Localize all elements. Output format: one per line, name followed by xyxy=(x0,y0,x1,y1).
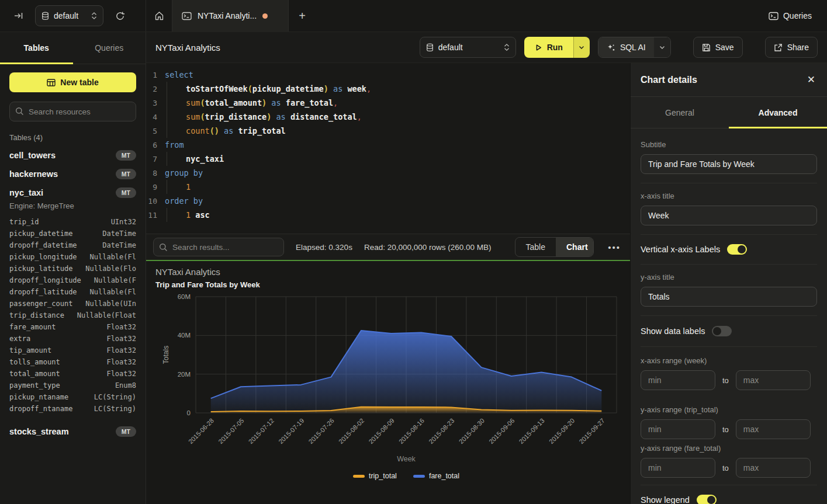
xaxis-range-min-input[interactable] xyxy=(641,370,715,390)
engine-badge: MT xyxy=(116,150,136,161)
legend-label: fare_total xyxy=(429,472,459,480)
run-button[interactable]: Run xyxy=(524,37,573,58)
table-grid-icon xyxy=(47,79,56,86)
subtitle-input[interactable] xyxy=(641,154,817,174)
sql-editor[interactable]: 1select2toStartOfWeek(pickup_datetime) a… xyxy=(146,63,630,234)
top-bar: default NYTaxi Analyti... + xyxy=(0,0,827,32)
table-name: cell_towers xyxy=(9,151,56,160)
unsaved-dot-icon xyxy=(262,13,268,19)
more-options-button[interactable]: ••• xyxy=(605,242,623,252)
sql-ai-dropdown-button[interactable] xyxy=(654,37,670,57)
code-line[interactable]: 1select xyxy=(146,68,630,82)
show-data-labels-toggle[interactable] xyxy=(712,326,732,336)
search-resources-input[interactable] xyxy=(9,102,136,121)
tables-section-title: Tables (4) xyxy=(9,133,136,142)
sidebar-search xyxy=(9,102,136,121)
new-table-label: New table xyxy=(60,78,98,87)
line-number: 8 xyxy=(146,169,165,178)
code-line[interactable]: 91 xyxy=(146,180,630,194)
close-icon[interactable]: ✕ xyxy=(807,74,815,86)
yaxis-range-trip-max-input[interactable] xyxy=(736,419,811,439)
tab-general[interactable]: General xyxy=(631,97,729,128)
chart-title: NYTaxi Analytics xyxy=(155,267,220,277)
sidebar-body: New table Tables (4) cell_towers MT hack… xyxy=(0,64,146,504)
sql-ai-button[interactable]: SQL AI xyxy=(598,37,654,57)
collapse-sidebar-icon[interactable] xyxy=(11,8,27,24)
yaxis-range-trip-row: to xyxy=(641,419,817,439)
yaxis-range-fare-min-input[interactable] xyxy=(641,458,715,478)
database-selector-value: default xyxy=(54,11,78,20)
save-button[interactable]: Save xyxy=(693,37,743,58)
table-item-stocks-stream[interactable]: stocks_stream MT xyxy=(9,426,136,437)
svg-text:2015-07-26: 2015-07-26 xyxy=(307,417,335,445)
line-number: 2 xyxy=(146,85,165,93)
code-line[interactable]: 5count() as trip_total xyxy=(146,124,630,138)
queries-button[interactable]: Queries xyxy=(769,11,812,20)
sidebar-tabs: Tables Queries xyxy=(0,32,146,64)
code-line[interactable]: 3sum(total_amount) as fare_total, xyxy=(146,96,630,110)
show-legend-label: Show legend xyxy=(641,495,690,504)
code-line[interactable]: 10order by xyxy=(146,194,630,208)
sidebar-tab-tables[interactable]: Tables xyxy=(0,32,73,64)
yaxis-range-fare-max-input[interactable] xyxy=(736,458,811,478)
yaxis-range-fare-label: y-axis range (fare_total) xyxy=(641,444,817,453)
code-line[interactable]: 7nyc_taxi xyxy=(146,152,630,166)
xaxis-title-input[interactable] xyxy=(641,206,817,225)
vertical-xaxis-toggle[interactable] xyxy=(727,244,747,255)
svg-text:40M: 40M xyxy=(178,332,191,339)
home-button[interactable] xyxy=(146,0,172,32)
code-line[interactable]: 111 asc xyxy=(146,208,630,222)
table-view-button[interactable]: Table xyxy=(515,238,556,256)
column-row: passenger_countNullable(UIn xyxy=(9,298,136,310)
line-number: 4 xyxy=(146,113,165,121)
column-row: tolls_amountFloat32 xyxy=(9,356,136,368)
sidebar-database-selector[interactable]: default xyxy=(35,5,103,26)
column-row: extraFloat32 xyxy=(9,333,136,345)
code-line[interactable]: 8group by xyxy=(146,166,630,180)
engine-label: Engine: MergeTree xyxy=(9,201,136,210)
toolbar-database-selector[interactable]: default xyxy=(420,37,516,58)
yaxis-range-trip-min-input[interactable] xyxy=(641,419,715,439)
to-label: to xyxy=(722,376,729,385)
table-item-nyc-taxi[interactable]: nyc_taxi MT xyxy=(9,187,136,198)
vertical-xaxis-label: Vertical x-axis Labels xyxy=(641,245,720,254)
line-number: 5 xyxy=(146,127,165,135)
code-line[interactable]: 4sum(trip_distance) as distance_total, xyxy=(146,110,630,124)
share-icon xyxy=(774,43,783,52)
refresh-icon[interactable] xyxy=(112,8,128,24)
yaxis-range-trip-label: y-axis range (trip_total) xyxy=(641,405,817,414)
share-button[interactable]: Share xyxy=(765,37,818,58)
table-item-hackernews[interactable]: hackernews MT xyxy=(9,169,136,179)
to-label: to xyxy=(722,464,729,472)
engine-badge: MT xyxy=(116,426,136,437)
main-area: 1select2toStartOfWeek(pickup_datetime) a… xyxy=(146,63,630,504)
column-row: pickup_ntanameLC(String) xyxy=(9,391,136,403)
run-button-group: Run xyxy=(524,37,590,58)
chart-legend: trip_totalfare_total xyxy=(196,472,617,480)
xaxis-range-max-input[interactable] xyxy=(736,370,811,390)
code-line[interactable]: 2toStartOfWeek(pickup_datetime) as week, xyxy=(146,82,630,96)
svg-text:2015-07-12: 2015-07-12 xyxy=(247,417,275,445)
chart-view-button[interactable]: Chart xyxy=(556,238,594,256)
show-legend-toggle[interactable] xyxy=(697,495,717,504)
yaxis-title-input[interactable] xyxy=(641,287,817,307)
table-item-cell-towers[interactable]: cell_towers MT xyxy=(9,150,136,161)
svg-text:2015-09-27: 2015-09-27 xyxy=(577,417,605,445)
legend-label: trip_total xyxy=(369,472,397,480)
panel-tabs: General Advanced xyxy=(631,97,827,128)
svg-text:2015-09-20: 2015-09-20 xyxy=(548,417,576,445)
new-table-button[interactable]: New table xyxy=(9,72,136,92)
sidebar-tab-queries[interactable]: Queries xyxy=(73,32,146,64)
legend-item-trip_total[interactable]: trip_total xyxy=(353,472,397,480)
search-results-input[interactable] xyxy=(153,238,284,256)
code-line[interactable]: 6from xyxy=(146,138,630,152)
to-label: to xyxy=(722,425,729,434)
new-tab-button[interactable]: + xyxy=(289,0,316,32)
chart-plot[interactable]: 020M40M60M2015-06-282015-07-052015-07-12… xyxy=(146,261,630,504)
svg-text:2015-07-19: 2015-07-19 xyxy=(277,417,305,445)
legend-item-fare_total[interactable]: fare_total xyxy=(413,472,459,480)
tab-nytaxi-analytics[interactable]: NYTaxi Analyti... xyxy=(172,0,289,32)
legend-swatch xyxy=(413,475,425,478)
tab-advanced[interactable]: Advanced xyxy=(729,97,827,128)
run-dropdown-button[interactable] xyxy=(573,37,590,58)
